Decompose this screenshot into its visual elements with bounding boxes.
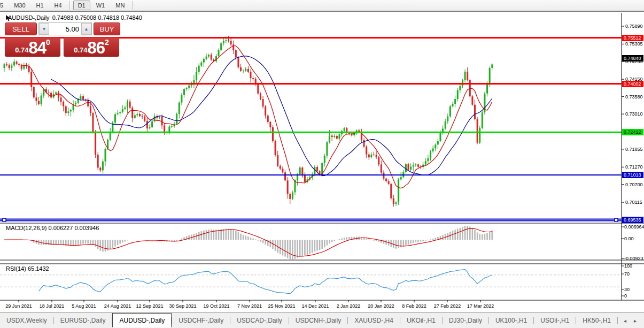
chart-title: AUDUSD-,Daily 0.74983 0.75008 0.74818 0.… [5, 14, 142, 21]
date-tick-label: 29 Jun 2021 [5, 303, 32, 309]
buy-price-big: 86 [88, 40, 105, 56]
buy-button[interactable]: BUY [94, 22, 120, 35]
price-tick-label: 0.70700 [625, 182, 643, 187]
tab-usdcnh-daily[interactable]: USDCNH-,Daily [289, 314, 347, 327]
macd-axis-label: 0.00 [624, 236, 634, 241]
date-tick-label: 5 Aug 2021 [72, 303, 96, 309]
buy-quote[interactable]: 0.74 86 2 [64, 37, 119, 57]
price-badge: 0.72412 [622, 129, 643, 135]
tab-dj30-daily[interactable]: DJ30-,Daily [443, 314, 488, 327]
date-tick-label: 8 Feb 2022 [402, 303, 426, 309]
price-tick-label: 0.71855 [625, 147, 643, 152]
tab-xauusd-h4[interactable]: XAUUSD-,H4 [348, 314, 400, 327]
price-badge: 0.71013 [622, 172, 643, 178]
tab-separator [617, 317, 618, 324]
macd-axis-label: 0.006964 [624, 224, 644, 230]
date-tick-label: 24 Aug 2021 [104, 303, 131, 309]
tab-eurusd-daily[interactable]: EURUSD-,Daily [54, 314, 112, 327]
sell-price-big: 84 [29, 40, 46, 56]
tab-audusd-daily[interactable]: AUDUSD-,Daily [112, 313, 172, 327]
tab-scroll-right-icon[interactable]: ▸ [634, 318, 637, 324]
tab-uk100-h1[interactable]: UK100-,H1 [489, 314, 533, 327]
date-tick-label: 30 Sep 2021 [169, 303, 196, 309]
rsi-axis-label: 70 [624, 271, 630, 277]
rsi-axis-label: 30 [624, 287, 630, 292]
price-badge: 0.69535 [622, 217, 643, 223]
tab-hk50-h1[interactable]: HK50-,H1 [576, 314, 617, 327]
one-click-trade-panel: SELL ▼ ▲ BUY 0.74 84 0 0.74 86 2 [5, 22, 120, 57]
price-tick-label: 0.70115 [625, 200, 643, 205]
date-tick-label: 12 Sep 2021 [136, 303, 163, 309]
macd-label: MACD(12,26,9) 0.006227 0.003946 [6, 225, 99, 231]
date-tick-label: 2 Jan 2022 [337, 303, 361, 309]
date-tick-label: 27 Feb 2022 [434, 303, 461, 309]
date-tick-label: 7 Nov 2021 [237, 303, 262, 309]
price-badge: 0.74002 [622, 81, 643, 87]
sell-price-prefix: 0.74 [15, 45, 28, 56]
tab-usdchf-daily[interactable]: USDCHF-,Daily [172, 314, 230, 327]
price-tick-label: 0.73010 [625, 111, 643, 117]
macd-axis-label: -0.00923 [624, 256, 643, 261]
volume-decrease-button[interactable]: ▼ [39, 23, 49, 35]
symbol-tabbar: USDX,WeeklyEURUSD-,DailyAUDUSD-,DailyUSD… [0, 312, 644, 328]
date-tick-label: 25 Nov 2021 [268, 303, 295, 309]
price-tick-label: 0.75305 [625, 41, 643, 47]
price-tick-label: 0.75890 [625, 24, 643, 29]
sell-quote[interactable]: 0.74 84 0 [5, 37, 60, 57]
cursor-icon [5, 14, 11, 21]
tab-ukoil-h1[interactable]: UKOil-,H1 [400, 314, 442, 327]
date-tick-label: 14 Dec 2021 [301, 303, 329, 309]
rsi-label: RSI(14) 65.1432 [6, 265, 49, 272]
buy-price-pipette: 2 [105, 39, 109, 45]
price-tick-label: 0.73580 [625, 94, 643, 100]
volume-spinner: ▼ ▲ [38, 22, 92, 35]
sell-price-pipette: 0 [46, 39, 50, 45]
volume-input[interactable] [49, 23, 81, 35]
chart-ohlc-values: 0.74983 0.75008 0.74818 0.74840 [52, 14, 142, 21]
rsi-axis-label: 0 [624, 293, 627, 299]
date-tick-label: 18 Jul 2021 [40, 303, 65, 309]
trading-terminal: 5M30H1H4D1W1MN AUDUSD-,Daily 0.74983 0.7… [0, 0, 644, 328]
price-badge: 0.75512 [622, 35, 643, 41]
sell-button[interactable]: SELL [5, 22, 37, 35]
tab-usdx-weekly[interactable]: USDX,Weekly [0, 314, 53, 327]
tab-scroll-left-icon[interactable]: ◂ [624, 318, 626, 324]
buy-price-prefix: 0.74 [74, 45, 87, 56]
rsi-axis-label: 100 [624, 263, 632, 269]
date-tick-label: 17 Mar 2022 [467, 303, 494, 309]
price-badge: 0.74840 [622, 55, 643, 62]
tab-usdcad-daily[interactable]: USDCAD-,Daily [230, 314, 289, 327]
date-tick-label: 20 Jan 2022 [368, 303, 394, 309]
tab-usoil-h1[interactable]: USOil-,H1 [534, 314, 576, 327]
price-tick-label: 0.71270 [625, 164, 643, 170]
volume-increase-button[interactable]: ▲ [81, 23, 91, 35]
chart-symbol-label: AUDUSD-,Daily [8, 14, 50, 21]
date-tick-label: 19 Oct 2021 [203, 303, 229, 309]
